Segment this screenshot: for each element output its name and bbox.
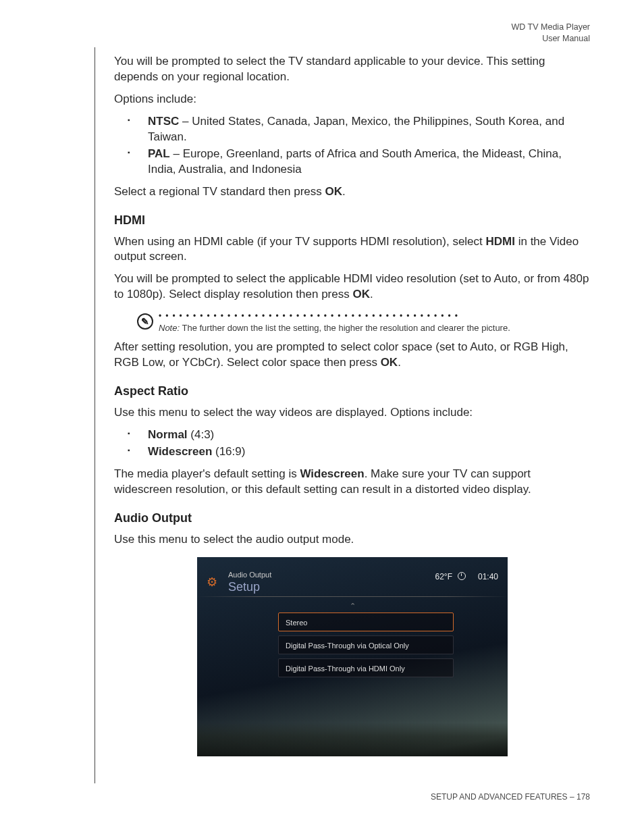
audio-output-menu: Stereo Digital Pass-Through via Optical … [278, 613, 454, 681]
aspect-heading: Aspect Ratio [114, 384, 591, 398]
page-number: 178 [576, 792, 590, 802]
audio-heading: Audio Output [114, 511, 591, 525]
note-block: ✎ ••••••••••••••••••••••••••••••••••••••… [137, 312, 591, 333]
list-item: Normal (4:3) [125, 427, 591, 443]
menu-item-hdmi[interactable]: Digital Pass-Through via HDMI Only [278, 658, 454, 677]
note-text: Note: The further down the list the sett… [159, 323, 591, 333]
note-divider: ••••••••••••••••••••••••••••••••••••••••… [159, 312, 591, 320]
intro-p2: Options include: [114, 92, 591, 107]
intro-p1: You will be prompted to select the TV st… [114, 54, 591, 85]
audio-p1: Use this menu to select the audio output… [114, 532, 591, 548]
menu-item-stereo[interactable]: Stereo [278, 613, 454, 631]
tv-standards-list: NTSC – United States, Canada, Japan, Mex… [114, 114, 591, 178]
screenshot-landscape [197, 723, 508, 756]
option-desc: – Europe, Greenland, parts of Africa and… [148, 147, 562, 176]
gear-icon: ⚙ [207, 575, 221, 590]
doc-subtitle: User Manual [512, 33, 590, 45]
list-item: NTSC – United States, Canada, Japan, Mex… [125, 114, 591, 145]
footer-section: SETUP AND ADVANCED FEATURES [431, 792, 568, 802]
clock-time: 01:40 [478, 572, 498, 581]
menu-item-optical[interactable]: Digital Pass-Through via Optical Only [278, 635, 454, 654]
hdmi-heading: HDMI [114, 213, 591, 228]
aspect-options-list: Normal (4:3) Widescreen (16:9) [114, 427, 591, 460]
page-footer: SETUP AND ADVANCED FEATURES – 178 [431, 792, 590, 802]
note-icon: ✎ [137, 313, 153, 330]
option-name: Normal [148, 428, 188, 441]
screenshot-title: Setup [228, 580, 260, 594]
option-name: NTSC [148, 115, 179, 128]
hdmi-p2: You will be prompted to select the appli… [114, 271, 591, 303]
option-name: Widescreen [148, 445, 212, 458]
chevron-up-icon: ⌃ [350, 602, 356, 610]
temperature: 62°F [435, 572, 452, 581]
hdmi-p3: After setting resolution, you are prompt… [114, 340, 591, 371]
option-desc: (4:3) [188, 428, 215, 441]
list-item: PAL – Europe, Greenland, parts of Africa… [125, 147, 591, 178]
aspect-p2: The media player's default setting is Wi… [114, 467, 591, 498]
select-region: Select a regional TV standard then press… [114, 184, 591, 200]
clock-icon [458, 572, 466, 580]
option-desc: (16:9) [212, 445, 245, 458]
hdmi-p1: When using an HDMI cable (if your TV sup… [114, 234, 591, 265]
screenshot-header: ⚙ Audio Output Setup 62°F 01:40 [197, 564, 508, 598]
device-screenshot: ⚙ Audio Output Setup 62°F 01:40 ⌃ Stereo… [197, 557, 508, 756]
list-item: Widescreen (16:9) [125, 444, 591, 460]
doc-header: WD TV Media Player User Manual [512, 22, 590, 45]
screenshot-divider [197, 596, 508, 597]
screenshot-breadcrumb: Audio Output [228, 571, 271, 579]
option-name: PAL [148, 147, 170, 160]
page-content: You will be prompted to select the TV st… [95, 47, 591, 783]
doc-title: WD TV Media Player [512, 22, 590, 33]
aspect-p1: Use this menu to select the way videos a… [114, 405, 591, 421]
option-desc: – United States, Canada, Japan, Mexico, … [148, 115, 564, 143]
